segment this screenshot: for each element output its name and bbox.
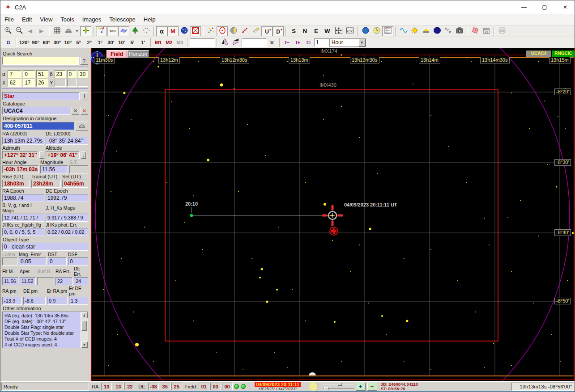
field-zoom-30min-button[interactable]: 30' — [106, 38, 116, 47]
twilight-button[interactable] — [420, 26, 431, 36]
time-slider-2[interactable] — [323, 387, 354, 390]
greek-letters-button[interactable]: α — [156, 26, 167, 36]
night-vision-button[interactable] — [431, 26, 443, 36]
moon-phases-button[interactable] — [228, 26, 239, 36]
menu-telescope[interactable]: Telescope — [105, 14, 140, 25]
field-zoom-30deg-button[interactable]: 30° — [52, 38, 63, 47]
quick-search-input[interactable] — [2, 57, 79, 65]
alpha-h-field[interactable]: 7 — [8, 70, 21, 78]
field-size-input[interactable] — [190, 38, 215, 47]
status-ra-s[interactable]: 22 — [124, 383, 135, 390]
catalogue-next-button[interactable]: ✕ — [81, 107, 88, 115]
earth-map-button[interactable] — [360, 26, 371, 36]
compass-south-button[interactable]: S — [288, 26, 299, 36]
catalogue-prev-button[interactable]: ✕ — [72, 107, 79, 115]
status-field-s[interactable]: 00 — [222, 383, 233, 390]
nav-forward-button[interactable]: ▶ — [36, 26, 47, 36]
status-ra-h[interactable]: 13 — [101, 383, 112, 390]
menu-view[interactable]: View — [36, 14, 56, 25]
delta-d-field[interactable]: 23 — [55, 70, 66, 78]
ecliptic-button[interactable] — [141, 26, 152, 36]
y1-field[interactable] — [55, 79, 66, 87]
y3-field[interactable] — [78, 79, 88, 87]
menu-help[interactable]: Help — [140, 14, 160, 25]
landscape-button[interactable] — [129, 26, 141, 36]
compass-north-button[interactable]: N — [299, 26, 311, 36]
minimize-button[interactable]: — — [514, 0, 534, 14]
field-zoom-120deg-button[interactable]: 120° — [18, 38, 30, 47]
scroll-up-icon[interactable]: ▲ — [81, 312, 88, 318]
time-step-forward-button[interactable]: t+ — [293, 38, 303, 47]
zoom-out-button[interactable] — [13, 26, 25, 36]
field-zoom-10deg-button[interactable]: 10° — [63, 38, 73, 47]
user-objects-d-button[interactable]: D• — [273, 26, 284, 36]
field-zoom-5deg-button[interactable]: 5° — [73, 38, 84, 47]
dome-view-button[interactable] — [63, 26, 74, 36]
delta-m-field[interactable]: 0 — [67, 70, 77, 78]
constellation-lines-button[interactable] — [96, 26, 107, 36]
designation-field[interactable]: 408-057811 — [2, 122, 74, 130]
time-plus-button[interactable]: + — [356, 383, 366, 391]
menu-tools[interactable]: Tools — [56, 14, 78, 25]
milky-way-button[interactable] — [118, 26, 129, 36]
clear-button[interactable]: ✕ — [267, 38, 277, 47]
azimuth-detail-button[interactable]: . — [39, 152, 44, 159]
alpha-s-field[interactable]: 51 — [36, 70, 48, 78]
comets-button[interactable] — [250, 26, 261, 36]
altitude-detail-button[interactable]: . — [81, 152, 86, 159]
constellation-names-button[interactable]: Taû — [107, 26, 118, 36]
dome-dropdown-button[interactable]: ▼ — [74, 26, 80, 36]
tab-field[interactable]: Field — [106, 50, 127, 58]
horizon-display-button[interactable] — [344, 26, 355, 36]
satellites-button[interactable] — [443, 26, 454, 36]
pan-view-button[interactable] — [333, 26, 344, 36]
time-step-unit-select[interactable]: Hour▼ — [329, 38, 366, 47]
coordinate-grid-button[interactable] — [51, 26, 63, 36]
scroll-down-icon[interactable]: ▼ — [81, 341, 88, 348]
sun-button[interactable] — [409, 26, 420, 36]
field-zoom-60deg-button[interactable]: 60° — [41, 38, 52, 47]
y2-field[interactable] — [67, 79, 77, 87]
time-minus-button[interactable]: − — [367, 383, 377, 391]
alpha-m-field[interactable]: 0 — [23, 70, 35, 78]
messier-labels-button[interactable]: M — [167, 26, 179, 36]
time-slider-1[interactable] — [323, 383, 354, 386]
field-frames-button[interactable] — [190, 26, 201, 36]
memory-m2-button[interactable]: M2 — [164, 38, 175, 47]
time-step-set-button[interactable]: t= — [303, 38, 314, 47]
rise-set-curve-button[interactable] — [398, 26, 409, 36]
rotation-input[interactable] — [242, 38, 267, 47]
catalogue-field[interactable]: UCAC4 — [2, 107, 70, 115]
deep-sky-objects-button[interactable] — [179, 26, 190, 36]
field-zoom-2deg-button[interactable]: 2° — [84, 38, 95, 47]
ccd-frame-button[interactable] — [469, 26, 481, 36]
object-info-panel-button[interactable] — [382, 26, 393, 36]
status-de-s[interactable]: 25 — [171, 383, 182, 390]
compass-west-button[interactable]: W — [322, 26, 333, 36]
time-clock-button[interactable] — [371, 26, 382, 36]
status-de-d[interactable]: -08 — [148, 383, 159, 390]
memory-m3-button[interactable]: M3 — [175, 38, 185, 47]
maximize-button[interactable]: ▢ — [534, 0, 555, 14]
print-chart-button[interactable] — [496, 26, 507, 36]
sky-chart-canvas[interactable]: IMX174IMX43020:1004/09/2023 20:11:11 UT — [91, 48, 575, 381]
quick-search-help-button[interactable]: ? — [80, 57, 88, 65]
status-ra-m[interactable]: 13 — [113, 383, 124, 390]
nav-back-button[interactable]: ◀ — [25, 26, 36, 36]
field-zoom-5min-button[interactable]: 5' — [127, 38, 138, 47]
field-zoom-1deg-button[interactable]: 1° — [95, 38, 106, 47]
close-button[interactable]: ✕ — [555, 0, 575, 14]
time-step-back-button[interactable]: t− — [282, 38, 293, 47]
time-step-value-input[interactable] — [314, 38, 329, 47]
screenshot-button[interactable] — [454, 26, 465, 36]
flip-horizontal-button[interactable] — [219, 38, 230, 47]
object-info-button[interactable]: I — [81, 92, 88, 100]
status-field-d[interactable]: 01 — [199, 383, 209, 390]
x3-field[interactable]: 26 — [36, 79, 48, 87]
status-field-m[interactable]: 00 — [210, 383, 221, 390]
asteroids-button[interactable] — [239, 26, 250, 36]
user-objects-u-button[interactable]: U• — [261, 26, 273, 36]
sky-chart[interactable]: IMX174IMX43020:1004/09/2023 20:11:11 UTF… — [91, 48, 575, 381]
delta-s-field[interactable]: 30 — [78, 70, 88, 78]
menu-file[interactable]: File — [0, 14, 18, 25]
